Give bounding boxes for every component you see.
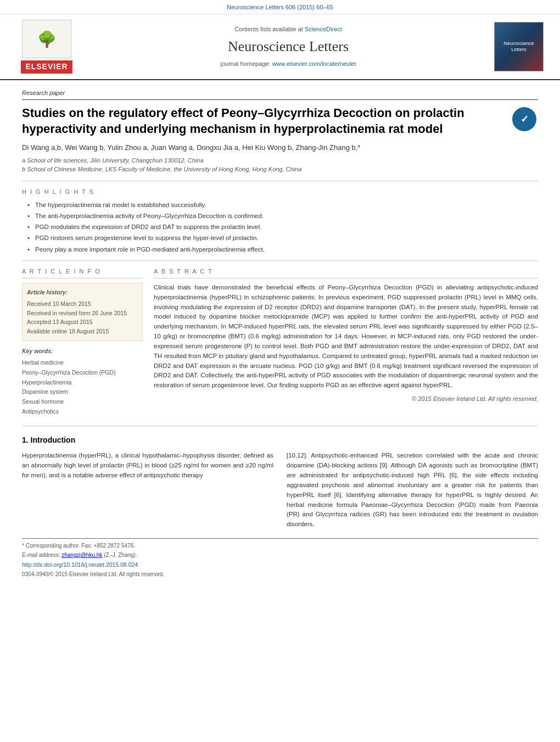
highlights-list: The hyperprolactinemia rat model is esta…	[22, 200, 538, 253]
highlights-header: H I G H L I G H T S	[22, 188, 538, 196]
keyword-item: Peony–Glycyrrhiza Decoction (PGD)	[22, 368, 143, 378]
highlight-item: The hyperprolactinemia rat model is esta…	[27, 200, 538, 209]
crossmark-logo[interactable]: ✓	[511, 105, 538, 133]
keyword-item: Dopamine system	[22, 387, 143, 397]
footnote-section: * Corresponding author. Fax: +852 2872 5…	[22, 538, 538, 578]
email-suffix: (Z.-J. Zhang).	[104, 552, 137, 558]
email-link[interactable]: zhangzj@hku.hk	[61, 552, 102, 558]
publisher-logo: 🌳 ELSEVIER	[11, 20, 82, 74]
email-label: E-mail address:	[22, 552, 60, 558]
divider-3	[22, 426, 538, 426]
main-content: Research paper Studies on the regulatory…	[0, 80, 560, 589]
journal-title: Neuroscience Letters	[93, 37, 483, 57]
issn-line: 0304-3940/© 2015 Elsevier Ireland Ltd. A…	[22, 571, 538, 578]
elsevier-label: ELSEVIER	[21, 60, 72, 74]
intro-col-right: [10,12]. Antipsychotic-enhanced PRL secr…	[287, 451, 538, 529]
article-type-label: Research paper	[22, 89, 538, 100]
doi-link[interactable]: http://dx.doi.org/10.1016/j.neulet.2015.…	[22, 561, 138, 568]
highlight-item: Peony play a more important role in PGD-…	[27, 245, 538, 254]
highlight-item: The anti-hyperprolactinemia activity of …	[27, 211, 538, 220]
article-title-section: Studies on the regulatory effect of Peon…	[22, 105, 538, 137]
intro-col-left: Hyperprolactinemia (hyperPRL), a clinica…	[22, 451, 273, 529]
journal-reference: Neuroscience Letters 606 (2015) 60–65	[0, 0, 560, 14]
intro-columns: Hyperprolactinemia (hyperPRL), a clinica…	[22, 451, 538, 529]
keywords-title: Key words:	[22, 347, 143, 356]
keyword-item: Antipsychotics	[22, 407, 143, 417]
doi-line: http://dx.doi.org/10.1016/j.neulet.2015.…	[22, 561, 538, 569]
keyword-item: Hyperprolactinemia	[22, 378, 143, 388]
affiliation-b: b School of Chinese Medicine, LKS Facult…	[22, 165, 538, 174]
intro-title: 1. Introduction	[22, 435, 538, 446]
abstract-text: Clinical trials have demonstrated the be…	[154, 283, 538, 390]
received-date: Received 10 March 2015	[27, 299, 138, 309]
available-date: Available online 18 August 2015	[27, 327, 138, 336]
sciencedirect-link: Contents lists available at ScienceDirec…	[93, 25, 483, 34]
divider-1	[22, 181, 538, 181]
journal-header: 🌳 ELSEVIER Contents lists available at S…	[0, 14, 560, 80]
keyword-item: Sexual hormone	[22, 397, 143, 407]
sciencedirect-anchor[interactable]: ScienceDirect	[305, 26, 342, 32]
affiliations: a School of life sciences, Jilin Univers…	[22, 156, 538, 174]
journal-thumbnail: Neuroscience Letters	[494, 22, 549, 71]
info-abstract-section: A R T I C L E I N F O Article history: R…	[22, 267, 538, 417]
introduction-section: 1. Introduction Hyperprolactinemia (hype…	[22, 435, 538, 529]
corresponding-author: * Corresponding author. Fax: +852 2872 5…	[22, 542, 538, 550]
journal-homepage: journal homepage: www.elsevier.com/locat…	[93, 60, 483, 68]
highlight-item: PGD modulates the expression of DRD2 and…	[27, 222, 538, 231]
abstract-header: A B S T R A C T	[154, 267, 538, 278]
article-title: Studies on the regulatory effect of Peon…	[22, 105, 511, 137]
article-info-col: A R T I C L E I N F O Article history: R…	[22, 267, 143, 417]
email-line: E-mail address: zhangzj@hku.hk (Z.-J. Zh…	[22, 551, 538, 559]
journal-title-block: Contents lists available at ScienceDirec…	[82, 25, 494, 69]
article-info-header: A R T I C L E I N F O	[22, 267, 143, 278]
highlight-item: PGD restores serum progesterone level to…	[27, 233, 538, 242]
keyword-item: Herbal medicine	[22, 358, 143, 368]
article-history-box: Article history: Received 10 March 2015 …	[22, 283, 143, 341]
divider-2	[22, 260, 538, 261]
revised-date: Received in revised form 26 June 2015	[27, 309, 138, 318]
journal-cover-image: Neuroscience Letters	[494, 22, 544, 71]
abstract-col: A B S T R A C T Clinical trials have dem…	[154, 267, 538, 417]
highlights-section: H I G H L I G H T S The hyperprolactinem…	[22, 188, 538, 254]
affiliation-a: a School of life sciences, Jilin Univers…	[22, 156, 538, 165]
homepage-url[interactable]: www.elsevier.com/locate/neulet	[272, 60, 356, 67]
crossmark-icon: ✓	[512, 107, 536, 131]
keywords-section: Key words: Herbal medicine Peony–Glycyrr…	[22, 347, 143, 417]
elsevier-tree-icon: 🌳	[22, 20, 71, 58]
copyright-line: © 2015 Elsevier Ireland Ltd. All rights …	[154, 395, 538, 403]
history-title: Article history:	[27, 288, 138, 297]
authors: Di Wang a,b, Wei Wang b, Yulin Zhou a, J…	[22, 143, 538, 153]
accepted-date: Accepted 13 August 2015	[27, 317, 138, 327]
